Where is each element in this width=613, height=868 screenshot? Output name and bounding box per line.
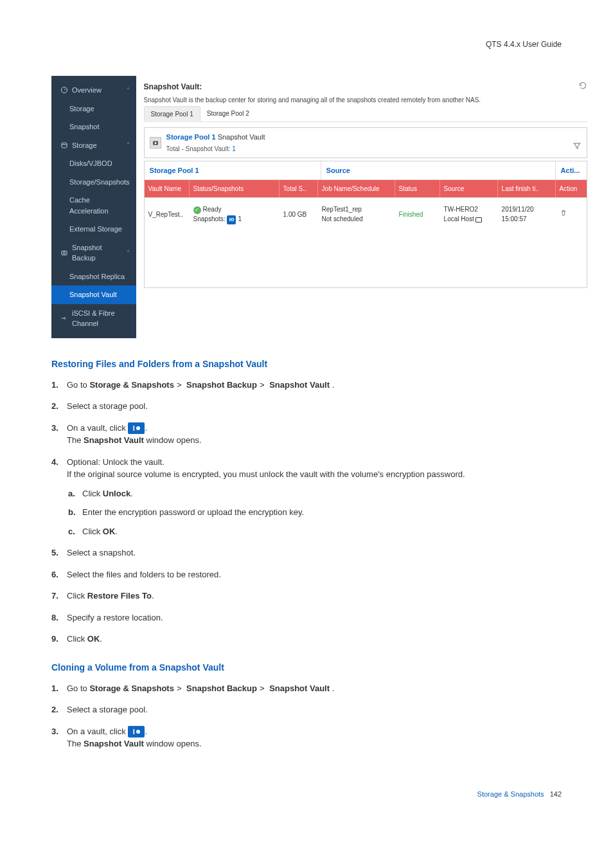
step-7: Click Restore Files To.: [67, 590, 562, 602]
sidebar-item-iscsi[interactable]: iSCSI & Fibre Channel: [51, 304, 136, 333]
step-2: Select a storage pool.: [67, 703, 562, 716]
step-3: On a vault, click I. The Snapshot Vault …: [67, 422, 562, 447]
io-badge-icon: ıo: [227, 215, 236, 224]
sidebar-item-sreplica[interactable]: Snapshot Replica: [51, 267, 136, 286]
grp-source: Source: [321, 161, 556, 180]
page-header: QTS 4.4.x User Guide: [51, 39, 562, 50]
pool-tabs: Storage Pool 1 Storage Pool 2: [144, 106, 587, 122]
pool-sv-label: Snapshot Vault: [216, 133, 265, 141]
total-value: 1: [232, 145, 236, 152]
sidebar-label: Snapshot Backup: [72, 242, 123, 264]
col-last-finish: Last finish ti..: [498, 180, 556, 197]
sidebar-label: External Storage: [69, 224, 122, 235]
svg-point-3: [64, 252, 66, 254]
sidebar-item-cache[interactable]: Cache Acceleration: [51, 191, 136, 220]
step-1: Go to Storage & Snapshots> Snapshot Back…: [67, 379, 562, 392]
path-seg: Snapshot Vault: [269, 380, 330, 390]
sidebar: Overview ˄ Storage Snapshot Storage ˄ Di…: [51, 76, 136, 338]
cell-status-snapshots: ✓Ready Snapshots: ıo1: [190, 198, 280, 231]
source-local: Local Host: [444, 215, 474, 222]
sidebar-item-ext[interactable]: External Storage: [51, 220, 136, 239]
sidebar-label: Snapshot: [69, 122, 99, 132]
cell-total-size: 1.00 GB: [280, 203, 318, 226]
table-group-header: Storage Pool 1 Source Acti...: [145, 161, 587, 181]
pool-name: Storage Pool 1: [166, 133, 216, 141]
sidebar-label: Snapshot Replica: [69, 271, 125, 282]
sidebar-item-overview[interactable]: Overview ˄: [51, 81, 136, 100]
svg-rect-2: [62, 251, 67, 255]
path-seg: Snapshot Vault: [269, 683, 330, 693]
step-1: Go to Storage & Snapshots> Snapshot Back…: [67, 682, 562, 695]
text: .: [332, 683, 335, 693]
job-name: RepTest1_rep: [322, 204, 391, 214]
sidebar-item-snapshot[interactable]: Snapshot: [51, 118, 136, 136]
sidebar-label: Storage: [72, 140, 97, 151]
sidebar-item-storsnap[interactable]: Storage/Snapshots: [51, 173, 136, 192]
monitor-icon: [475, 217, 482, 222]
section-heading-restoring: Restoring Files and Folders from a Snaps…: [51, 357, 562, 371]
separator: >: [174, 380, 184, 390]
sidebar-item-storage[interactable]: Storage ˄: [51, 136, 136, 155]
vault-icon-button: I: [128, 422, 145, 434]
table-row[interactable]: V_RepTest.. ✓Ready Snapshots: ıo1 1.00 G…: [145, 197, 587, 231]
window-name: Snapshot Vault: [84, 739, 144, 748]
chevron-up-icon: ˄: [127, 140, 130, 150]
sidebar-label: Overview: [72, 85, 102, 96]
sidebar-label: Storage: [69, 104, 94, 114]
chevron-up-icon: ˄: [127, 248, 130, 258]
sidebar-item-storage0[interactable]: Storage: [51, 100, 136, 118]
vault-icon-button: I: [128, 726, 145, 737]
sidebar-item-disks[interactable]: Disks/VJBOD: [51, 154, 136, 173]
cell-vault-name: V_RepTest..: [145, 203, 190, 226]
separator: >: [257, 380, 267, 390]
tab-pool2[interactable]: Storage Pool 2: [200, 106, 256, 122]
text: .: [145, 727, 147, 736]
sv-desc: Snapshot Vault is the backup center for …: [144, 95, 587, 105]
steps-list-2: Go to Storage & Snapshots> Snapshot Back…: [51, 682, 562, 750]
cell-source: TW-HERO2 Local Host: [440, 198, 498, 230]
sidebar-item-svault[interactable]: Snapshot Vault: [51, 285, 136, 304]
lf-date: 2019/11/20: [502, 204, 552, 214]
col-total-size: Total S..: [280, 180, 318, 197]
text: Go to: [67, 380, 89, 390]
pool-header: Storage Pool 1 Snapshot Vault Total - Sn…: [144, 127, 587, 158]
ready-label: Ready: [203, 206, 222, 213]
step-6: Select the files and folders to be resto…: [67, 568, 562, 581]
steps-list-1: Go to Storage & Snapshots> Snapshot Back…: [51, 379, 562, 646]
refresh-icon[interactable]: [578, 81, 587, 93]
col-status-snapshots: Status/Snapshots: [190, 180, 280, 197]
col-status: Status: [395, 180, 440, 197]
separator: >: [257, 683, 267, 693]
table-column-header: Vault Name Status/Snapshots Total S.. Jo…: [145, 180, 587, 197]
text: Go to: [67, 683, 89, 693]
sidebar-label: Cache Acceleration: [69, 195, 130, 216]
path-seg: Snapshot Backup: [186, 380, 257, 390]
step-8: Specify a restore location.: [67, 611, 562, 624]
total-label: Total - Snapshot Vault:: [166, 145, 233, 152]
lf-time: 15:00:57: [502, 214, 552, 224]
path-seg: Storage & Snapshots: [89, 683, 173, 693]
col-source: Source: [440, 180, 498, 197]
check-icon: ✓: [193, 206, 201, 214]
text: .: [100, 634, 102, 644]
sidebar-label: Snapshot Vault: [69, 289, 117, 300]
delete-action[interactable]: [556, 202, 587, 226]
section-heading-cloning: Cloning a Volume from a Snapshot Vault: [51, 661, 562, 674]
step-2: Select a storage pool.: [67, 400, 562, 413]
job-schedule: Not scheduled: [322, 214, 391, 224]
tab-pool1[interactable]: Storage Pool 1: [144, 106, 200, 122]
btn-name: OK: [87, 634, 100, 644]
vault-table: Storage Pool 1 Source Acti... Vault Name…: [144, 161, 587, 289]
text: Click: [67, 634, 87, 644]
filter-icon[interactable]: [573, 132, 582, 154]
col-action: Action: [556, 180, 587, 197]
col-vault-name: Vault Name: [145, 180, 190, 197]
btn-name: Unlock: [103, 489, 130, 498]
sidebar-label: Disks/VJBOD: [69, 158, 112, 169]
text: The: [67, 435, 84, 445]
main-pane: Snapshot Vault: Snapshot Vault is the ba…: [136, 76, 595, 338]
path-seg: Snapshot Backup: [186, 683, 257, 693]
step-9: Click OK.: [67, 633, 562, 646]
sidebar-item-sbackup[interactable]: Snapshot Backup ˄: [51, 239, 136, 267]
step-5: Select a snapshot.: [67, 547, 562, 559]
